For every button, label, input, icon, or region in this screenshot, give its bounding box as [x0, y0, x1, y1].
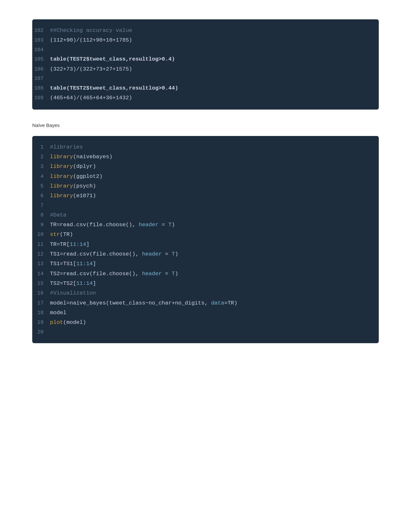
code-line-106: 106 (322+73)/(322+73+27+1575)	[32, 64, 379, 74]
line-num-6: 6	[32, 192, 50, 200]
line-content-15: TS2=TS2[11:14]	[50, 279, 96, 288]
line-num-4: 4	[32, 173, 50, 181]
line-num-3: 3	[32, 163, 50, 171]
code-line-4: 4 library(ggplot2)	[32, 172, 379, 181]
code-line-109: 109 (465+64)/(465+64+36+1432)	[32, 93, 379, 103]
line-content-1: #libraries	[50, 143, 83, 151]
code-line-15: 15 TS2=TS2[11:14]	[32, 279, 379, 288]
code-line-11: 11 TR=TR[11:14]	[32, 240, 379, 249]
line-num-8: 8	[32, 211, 50, 219]
line-num-12: 12	[32, 250, 50, 258]
line-content-8: #Data	[50, 211, 66, 219]
code-line-5: 5 library(psych)	[32, 181, 379, 191]
code-line-8: 8 #Data	[32, 210, 379, 220]
line-num-11: 11	[32, 241, 50, 249]
line-num-2: 2	[32, 153, 50, 161]
line-num-106: 106	[32, 65, 50, 73]
code-line-14: 14 TS2=read.csv(file.choose(), header = …	[32, 269, 379, 279]
line-content-10: str(TR)	[50, 230, 73, 239]
code-line-105: 105 table(TEST2$tweet_class,resultlog>0.…	[32, 54, 379, 64]
code-line-12: 12 TS1=read.csv(file.choose(), header = …	[32, 249, 379, 259]
code-line-6: 6 library(e1071)	[32, 191, 379, 201]
code-line-13: 13 TS1=TS1[11:14]	[32, 259, 379, 269]
line-content-103: (112+90)/(112+90+10+1785)	[50, 36, 132, 44]
code-line-3: 3 library(dplyr)	[32, 162, 379, 171]
code-line-17: 17 model=naive_bayes(tweet_class~no_char…	[32, 298, 379, 308]
line-num-5: 5	[32, 182, 50, 190]
line-content-5: library(psych)	[50, 182, 96, 190]
code-line-9: 9 TR=read.csv(file.choose(), header = T)	[32, 220, 379, 230]
code-line-1: 1 #libraries	[32, 142, 379, 152]
line-content-3: library(dplyr)	[50, 162, 96, 171]
line-num-13: 13	[32, 260, 50, 268]
line-content-18: model	[50, 309, 66, 317]
line-content-109: (465+64)/(465+64+36+1432)	[50, 94, 132, 102]
line-content-6: library(e1071)	[50, 192, 96, 200]
line-content-102: ##Checking accuracy value	[50, 26, 132, 35]
line-content-13: TS1=TS1[11:14]	[50, 260, 96, 268]
line-content-106: (322+73)/(322+73+27+1575)	[50, 65, 132, 73]
code-line-19: 19 plot(model)	[32, 318, 379, 327]
line-num-109: 109	[32, 94, 50, 102]
line-content-16: #Visualization	[50, 289, 96, 297]
code-line-104: 104	[32, 45, 379, 55]
line-num-7: 7	[32, 202, 50, 210]
code-line-18: 18 model	[32, 308, 379, 318]
code-line-7: 7	[32, 201, 379, 210]
section-label: Naïve Bayes	[32, 122, 379, 128]
line-num-9: 9	[32, 221, 50, 229]
line-num-102: 102	[32, 27, 50, 35]
code-block-1: 102 ##Checking accuracy value 103 (112+9…	[32, 19, 379, 110]
line-num-105: 105	[32, 55, 50, 63]
line-content-19: plot(model)	[50, 318, 86, 327]
line-content-9: TR=read.csv(file.choose(), header = T)	[50, 221, 175, 229]
line-num-16: 16	[32, 289, 50, 297]
line-content-105: table(TEST2$tweet_class,resultlog>0.4)	[50, 55, 175, 63]
line-num-17: 17	[32, 299, 50, 307]
line-content-11: TR=TR[11:14]	[50, 240, 89, 249]
code-line-20: 20	[32, 328, 379, 337]
line-num-104: 104	[32, 46, 50, 54]
line-num-107: 107	[32, 75, 50, 83]
line-content-4: library(ggplot2)	[50, 172, 103, 181]
code-line-107: 107	[32, 74, 379, 83]
line-num-10: 10	[32, 231, 50, 239]
line-content-12: TS1=read.csv(file.choose(), header = T)	[50, 250, 178, 258]
line-num-1: 1	[32, 143, 50, 151]
code-line-102: 102 ##Checking accuracy value	[32, 26, 379, 35]
line-content-2: library(naivebayes)	[50, 153, 113, 161]
line-content-108: table(TEST2$tweet_class,resultlog>0.44)	[50, 84, 178, 92]
code-line-103: 103 (112+90)/(112+90+10+1785)	[32, 35, 379, 45]
line-num-20: 20	[32, 328, 50, 336]
line-content-14: TS2=read.csv(file.choose(), header = T)	[50, 270, 178, 278]
code-block-2: 1 #libraries 2 library(naivebayes) 3 lib…	[32, 136, 379, 343]
code-line-2: 2 library(naivebayes)	[32, 152, 379, 162]
line-num-14: 14	[32, 270, 50, 278]
line-num-18: 18	[32, 309, 50, 317]
code-line-108: 108 table(TEST2$tweet_class,resultlog>0.…	[32, 83, 379, 93]
code-line-16: 16 #Visualization	[32, 288, 379, 298]
line-num-103: 103	[32, 36, 50, 44]
line-num-19: 19	[32, 319, 50, 327]
code-line-10: 10 str(TR)	[32, 230, 379, 239]
line-num-108: 108	[32, 84, 50, 92]
line-content-17: model=naive_bayes(tweet_class~no_char+no…	[50, 299, 238, 307]
line-num-15: 15	[32, 280, 50, 288]
